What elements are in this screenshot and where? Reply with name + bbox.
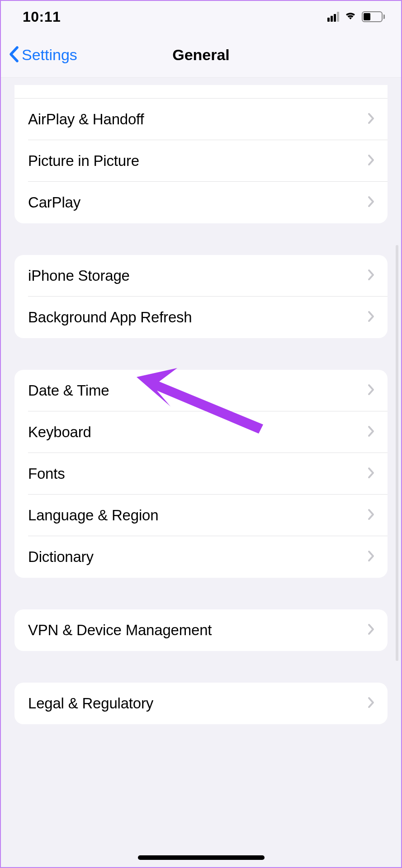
settings-section: AirPlay & Handoff Picture in Picture Car… bbox=[14, 85, 388, 223]
chevron-right-icon bbox=[368, 509, 375, 522]
chevron-right-icon bbox=[368, 113, 375, 126]
row-date-time[interactable]: Date & Time bbox=[14, 370, 388, 411]
status-bar: 10:11 bbox=[1, 1, 401, 33]
row-label: Fonts bbox=[28, 465, 65, 482]
row-vpn-device-management[interactable]: VPN & Device Management bbox=[14, 609, 388, 651]
battery-icon bbox=[362, 11, 385, 22]
row-airplay-handoff[interactable]: AirPlay & Handoff bbox=[14, 99, 388, 140]
chevron-left-icon bbox=[8, 46, 20, 65]
row-keyboard[interactable]: Keyboard bbox=[14, 411, 388, 453]
wifi-icon bbox=[344, 10, 357, 23]
row-label: Background App Refresh bbox=[28, 309, 192, 326]
cellular-signal-icon bbox=[327, 12, 339, 22]
chevron-right-icon bbox=[368, 384, 375, 397]
settings-section: VPN & Device Management bbox=[14, 609, 388, 651]
chevron-right-icon bbox=[368, 550, 375, 564]
chevron-right-icon bbox=[368, 154, 375, 168]
navigation-bar: Settings General bbox=[1, 33, 401, 78]
back-button[interactable]: Settings bbox=[8, 46, 77, 65]
row-picture-in-picture[interactable]: Picture in Picture bbox=[14, 140, 388, 182]
settings-section: Date & Time Keyboard Fonts bbox=[14, 370, 388, 578]
row-carplay[interactable]: CarPlay bbox=[14, 182, 388, 223]
row-label: Language & Region bbox=[28, 507, 158, 524]
row-legal-regulatory[interactable]: Legal & Regulatory bbox=[14, 683, 388, 724]
row-language-region[interactable]: Language & Region bbox=[14, 495, 388, 536]
scroll-indicator[interactable] bbox=[396, 245, 398, 661]
row-label: CarPlay bbox=[28, 194, 80, 211]
row-label: AirPlay & Handoff bbox=[28, 111, 144, 128]
status-icons bbox=[327, 10, 385, 23]
partial-row bbox=[14, 85, 388, 99]
settings-section: Legal & Regulatory bbox=[14, 683, 388, 724]
row-background-app-refresh[interactable]: Background App Refresh bbox=[14, 297, 388, 338]
row-dictionary[interactable]: Dictionary bbox=[14, 536, 388, 578]
row-label: Picture in Picture bbox=[28, 152, 139, 170]
settings-section: iPhone Storage Background App Refresh bbox=[14, 255, 388, 338]
row-fonts[interactable]: Fonts bbox=[14, 453, 388, 495]
row-label: iPhone Storage bbox=[28, 267, 130, 284]
chevron-right-icon bbox=[368, 697, 375, 710]
status-time: 10:11 bbox=[23, 9, 61, 25]
row-iphone-storage[interactable]: iPhone Storage bbox=[14, 255, 388, 297]
chevron-right-icon bbox=[368, 311, 375, 324]
row-label: Dictionary bbox=[28, 548, 94, 566]
chevron-right-icon bbox=[368, 467, 375, 481]
chevron-right-icon bbox=[368, 269, 375, 283]
home-indicator[interactable] bbox=[138, 855, 265, 860]
page-title: General bbox=[172, 46, 230, 64]
content-scroll[interactable]: AirPlay & Handoff Picture in Picture Car… bbox=[1, 78, 401, 867]
chevron-right-icon bbox=[368, 196, 375, 209]
back-label: Settings bbox=[22, 46, 77, 64]
row-label: Date & Time bbox=[28, 382, 109, 399]
row-label: Keyboard bbox=[28, 424, 91, 441]
row-label: Legal & Regulatory bbox=[28, 695, 153, 712]
row-label: VPN & Device Management bbox=[28, 622, 212, 639]
chevron-right-icon bbox=[368, 623, 375, 637]
chevron-right-icon bbox=[368, 425, 375, 439]
